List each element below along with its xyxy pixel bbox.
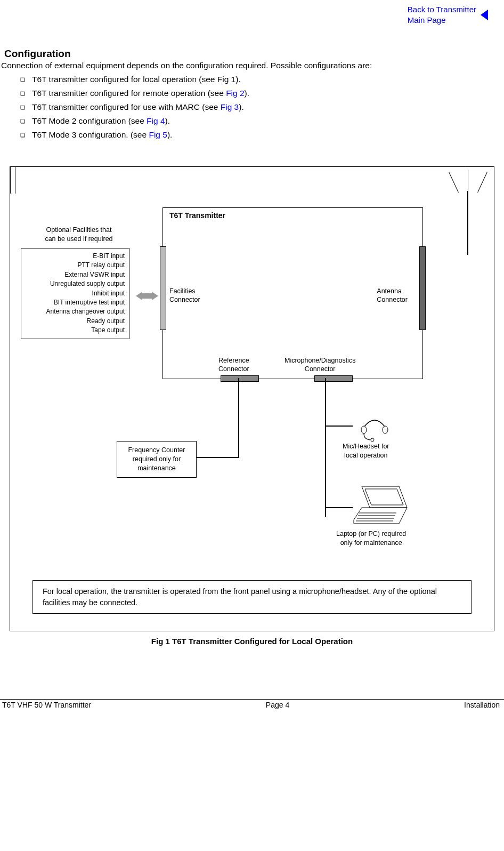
optional-facilities-box: E-BIT input PTT relay output External VS… [21, 248, 129, 339]
opt-item: Antenna changeover output [23, 307, 125, 316]
fig-link[interactable]: Fig 2 [226, 89, 244, 98]
reference-connector-label: Reference Connector [218, 356, 249, 374]
opt-item: BIT interruptive test input [23, 298, 125, 307]
footer-right: Installation [464, 701, 500, 709]
fig-link[interactable]: Fig 4 [147, 116, 165, 125]
line [10, 167, 15, 194]
svg-point-2 [371, 438, 374, 441]
line [238, 378, 239, 458]
bullet-item: T6T transmitter configured for local ope… [20, 75, 504, 84]
line [325, 507, 353, 508]
line [325, 426, 353, 427]
section-heading: Configuration [4, 48, 504, 60]
transmitter-title: T6T Transmitter [169, 211, 225, 220]
back-arrow-icon [481, 10, 488, 20]
laptop-label: Laptop (or PC) required only for mainten… [336, 529, 406, 548]
connector-stub [419, 246, 426, 330]
optional-facilities-label: Optional Facilities that can be used if … [34, 226, 124, 244]
bullet-item: T6T Mode 3 configuration. (see Fig 5). [20, 130, 504, 140]
back-line1: Back to Transmitter [408, 5, 476, 14]
figure-1: T6T Transmitter Facilities Connector Ant… [10, 166, 494, 631]
connector-stub [160, 246, 166, 330]
footer-left: T6T VHF 50 W Transmitter [2, 701, 91, 709]
svg-marker-4 [365, 489, 403, 505]
fig-link[interactable]: Fig 5 [149, 130, 167, 139]
opt-item: Unregulated supply output [23, 279, 125, 288]
bullet-item: T6T transmitter configured for remote op… [20, 89, 504, 98]
line [197, 457, 239, 458]
figure-note: For local operation, the transmitter is … [32, 580, 472, 614]
bullet-list: T6T transmitter configured for local ope… [20, 75, 504, 140]
back-nav-text: Back to Transmitter Main Page [408, 4, 476, 25]
headset-icon [359, 416, 391, 443]
bidirectional-arrow-icon [136, 292, 158, 300]
antenna-connector-label: Antenna Connector [377, 287, 408, 304]
opt-item: Tape output [23, 326, 125, 335]
transmitter-box: T6T Transmitter Facilities Connector Ant… [162, 207, 423, 379]
page-footer: T6T VHF 50 W Transmitter Page 4 Installa… [0, 699, 504, 714]
mic-connector-label: Microphone/Diagnostics Connector [284, 356, 355, 374]
line [325, 378, 326, 517]
antenna-icon [468, 170, 468, 192]
footer-center: Page 4 [266, 701, 289, 709]
frequency-counter-box: Frequency Counter required only for main… [117, 441, 197, 478]
antenna-icon [449, 172, 459, 192]
headset-label: Mic/Headset for local operation [343, 442, 389, 460]
svg-point-1 [383, 426, 388, 433]
fig-link[interactable]: Fig 3 [221, 102, 239, 111]
connector-stub [314, 375, 353, 382]
opt-item: Inhibit input [23, 289, 125, 298]
bullet-item: T6T Mode 2 configuration (see Fig 4). [20, 116, 504, 126]
laptop-icon [351, 484, 410, 526]
back-line2: Main Page [408, 15, 446, 25]
bullet-item: T6T transmitter configured for use with … [20, 102, 504, 112]
opt-item: PTT relay output [23, 261, 125, 270]
antenna-icon [477, 172, 487, 192]
back-nav[interactable]: Back to Transmitter Main Page [408, 4, 488, 25]
opt-item: External VSWR input [23, 270, 125, 279]
figure-caption: Fig 1 T6T Transmitter Configured for Loc… [0, 637, 504, 646]
opt-item: Ready output [23, 317, 125, 326]
opt-item: E-BIT input [23, 252, 125, 261]
svg-point-0 [361, 426, 367, 433]
intro-text: Connection of external equipment depends… [1, 61, 504, 70]
line [467, 191, 468, 255]
facilities-connector-label: Facilities Connector [169, 287, 200, 304]
connector-stub [221, 375, 259, 382]
